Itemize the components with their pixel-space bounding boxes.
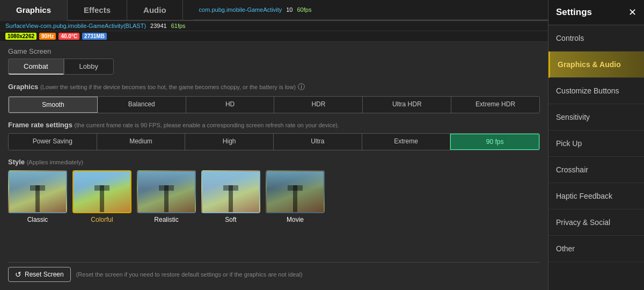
right-panel: Settings ✕ Controls Graphics & Audio Cus… (548, 0, 644, 290)
top-tabs: Graphics Effects Audio com.pubg.imobile-… (0, 0, 548, 21)
nav-privacy-social[interactable]: Privacy & Social (548, 209, 644, 236)
tab-lobby[interactable]: Lobby (64, 59, 114, 75)
status-surface: SurfaceView-com.pubg.imobile-GameActivit… (5, 23, 146, 29)
nav-haptic-feedback[interactable]: Haptic Feedback (548, 183, 644, 209)
graphics-hdr[interactable]: HDR (274, 97, 363, 113)
fps-medium[interactable]: Medium (97, 134, 186, 150)
tab-combat[interactable]: Combat (8, 59, 64, 75)
graphics-section-title: Graphics (Lower the setting if the devic… (8, 82, 540, 92)
fps-power-saving[interactable]: Power Saving (9, 134, 97, 150)
status-num2: 23941 (150, 23, 167, 29)
style-soft[interactable]: Soft (201, 170, 260, 223)
style-classic[interactable]: Classic (8, 170, 67, 223)
status-num: 10 (286, 6, 292, 13)
style-realistic-label: Realistic (154, 216, 178, 223)
fps-ultra[interactable]: Ultra (274, 134, 362, 150)
status-temp: 40.0°C (58, 33, 79, 40)
left-panel: Graphics Effects Audio com.pubg.imobile-… (0, 0, 548, 290)
reset-icon: ↺ (15, 270, 21, 279)
reset-button-label: Reset Screen (25, 271, 64, 278)
reset-area: ↺ Reset Screen (Reset the screen if you … (8, 262, 540, 285)
framerate-options: Power Saving Medium High Ultra Extreme 9… (8, 133, 540, 150)
reset-note: (Reset the screen if you need to restore… (76, 271, 303, 278)
tab-graphics[interactable]: Graphics (0, 0, 68, 21)
status-bar: com.pubg.imobile-GameActivity 10 60fps (194, 0, 548, 20)
style-movie[interactable]: Movie (266, 170, 325, 223)
game-screen-label: Game Screen (8, 47, 540, 55)
style-section-title: Style (Applies immediately) (8, 158, 540, 166)
graphics-ultra-hdr[interactable]: Ultra HDR (363, 97, 451, 113)
nav-crosshair[interactable]: Crosshair (548, 157, 644, 183)
graphics-hd[interactable]: HD (186, 97, 275, 113)
status-activity: com.pubg.imobile-GameActivity (199, 6, 282, 13)
style-colorful[interactable]: Colorful (72, 170, 131, 223)
style-colorful-label: Colorful (91, 216, 113, 223)
fps-90[interactable]: 90 fps (450, 134, 539, 150)
right-header: Settings ✕ (548, 0, 644, 25)
graphics-options: Smooth Balanced HD HDR Ultra HDR Extreme… (8, 96, 540, 113)
fps-high[interactable]: High (185, 134, 274, 150)
status-mem: 2731MB (82, 33, 107, 40)
status-fps2: 61fps (171, 23, 186, 29)
tab-effects[interactable]: Effects (68, 0, 127, 20)
graphics-smooth[interactable]: Smooth (9, 97, 98, 113)
nav-other[interactable]: Other (548, 236, 644, 262)
nav-controls[interactable]: Controls (548, 25, 644, 52)
fps-extreme[interactable]: Extreme (362, 134, 451, 150)
framerate-subtitle: (the current frame rate is 90 FPS, pleas… (75, 122, 339, 128)
style-section: Style (Applies immediately) Classic (8, 158, 540, 223)
style-soft-label: Soft (225, 216, 236, 223)
graphics-extreme-hdr[interactable]: Extreme HDR (451, 97, 539, 113)
framerate-section-title: Frame rate settings (the current frame r… (8, 121, 540, 129)
status-hz: 90Hz (39, 33, 56, 40)
style-realistic[interactable]: Realistic (137, 170, 196, 223)
graphics-balanced[interactable]: Balanced (98, 97, 186, 113)
settings-title: Settings (556, 7, 592, 18)
tab-audio[interactable]: Audio (127, 0, 183, 20)
graphics-subtitle: (Lower the setting if the device becomes… (40, 84, 296, 90)
style-movie-label: Movie (287, 216, 304, 223)
settings-content: Game Screen Combat Lobby Graphics (Lower… (0, 42, 548, 290)
status-resolution: 1080x2262 (5, 33, 36, 40)
nav-pick-up[interactable]: Pick Up (548, 130, 644, 157)
combat-lobby-tabs: Combat Lobby (8, 59, 540, 75)
close-button[interactable]: ✕ (628, 6, 636, 18)
nav-sensitivity[interactable]: Sensitivity (548, 104, 644, 130)
nav-graphics-audio[interactable]: Graphics & Audio (548, 52, 644, 78)
style-subtitle: (Applies immediately) (27, 159, 83, 165)
status-fps: 60fps (297, 6, 311, 13)
nav-customize-buttons[interactable]: Customize Buttons (548, 78, 644, 104)
style-classic-label: Classic (27, 216, 48, 223)
style-thumbnails: Classic Colorful Realistic (8, 170, 540, 223)
reset-screen-button[interactable]: ↺ Reset Screen (8, 267, 71, 282)
